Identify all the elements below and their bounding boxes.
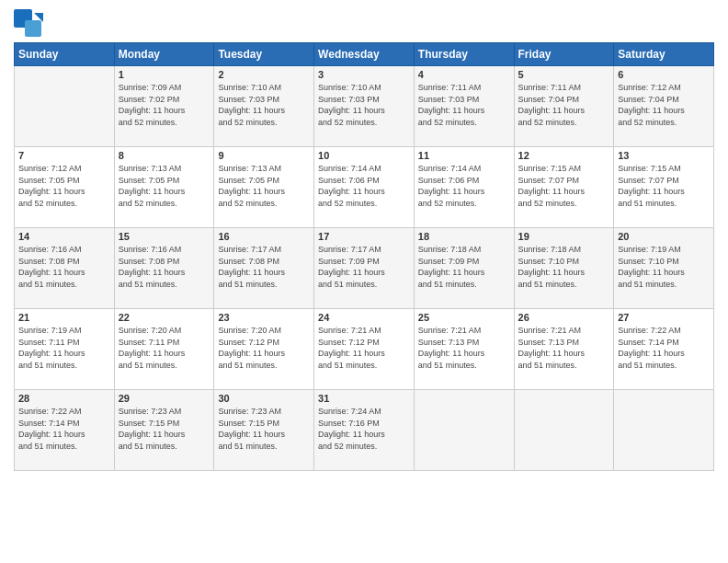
calendar-cell: 2Sunrise: 7:10 AM Sunset: 7:03 PM Daylig… [214, 66, 314, 147]
calendar-cell: 29Sunrise: 7:23 AM Sunset: 7:15 PM Dayli… [114, 390, 214, 471]
logo [14, 9, 43, 35]
calendar-cell: 16Sunrise: 7:17 AM Sunset: 7:08 PM Dayli… [214, 228, 314, 309]
day-info: Sunrise: 7:10 AM Sunset: 7:03 PM Dayligh… [318, 82, 410, 128]
day-info: Sunrise: 7:10 AM Sunset: 7:03 PM Dayligh… [218, 82, 310, 128]
day-info: Sunrise: 7:17 AM Sunset: 7:09 PM Dayligh… [318, 244, 410, 290]
day-number: 13 [618, 150, 710, 161]
calendar-week-row: 7Sunrise: 7:12 AM Sunset: 7:05 PM Daylig… [15, 147, 714, 228]
calendar-cell: 19Sunrise: 7:18 AM Sunset: 7:10 PM Dayli… [514, 228, 614, 309]
day-info: Sunrise: 7:09 AM Sunset: 7:02 PM Dayligh… [119, 82, 210, 128]
day-number: 12 [518, 150, 610, 161]
calendar-cell [514, 390, 614, 471]
header [14, 9, 714, 35]
day-number: 15 [119, 231, 210, 242]
calendar-cell: 22Sunrise: 7:20 AM Sunset: 7:11 PM Dayli… [114, 309, 214, 390]
day-number: 21 [18, 312, 110, 323]
logo-icon [14, 9, 40, 35]
calendar-cell: 15Sunrise: 7:16 AM Sunset: 7:08 PM Dayli… [114, 228, 214, 309]
day-info: Sunrise: 7:19 AM Sunset: 7:10 PM Dayligh… [618, 244, 710, 290]
calendar-cell: 28Sunrise: 7:22 AM Sunset: 7:14 PM Dayli… [15, 390, 115, 471]
calendar-cell: 23Sunrise: 7:20 AM Sunset: 7:12 PM Dayli… [214, 309, 314, 390]
calendar-cell [15, 66, 115, 147]
day-info: Sunrise: 7:21 AM Sunset: 7:13 PM Dayligh… [518, 325, 610, 371]
day-info: Sunrise: 7:21 AM Sunset: 7:12 PM Dayligh… [318, 325, 410, 371]
day-info: Sunrise: 7:18 AM Sunset: 7:09 PM Dayligh… [418, 244, 510, 290]
day-info: Sunrise: 7:19 AM Sunset: 7:11 PM Dayligh… [18, 325, 110, 371]
day-number: 20 [618, 231, 710, 242]
header-day-friday: Friday [514, 43, 614, 66]
day-number: 26 [518, 312, 610, 323]
calendar-cell: 21Sunrise: 7:19 AM Sunset: 7:11 PM Dayli… [15, 309, 115, 390]
day-number: 29 [119, 393, 210, 404]
day-info: Sunrise: 7:13 AM Sunset: 7:05 PM Dayligh… [218, 163, 310, 209]
calendar-cell [614, 390, 714, 471]
day-info: Sunrise: 7:11 AM Sunset: 7:04 PM Dayligh… [518, 82, 610, 128]
day-info: Sunrise: 7:24 AM Sunset: 7:16 PM Dayligh… [318, 406, 410, 452]
calendar-header-row: SundayMondayTuesdayWednesdayThursdayFrid… [15, 43, 714, 66]
calendar-cell: 12Sunrise: 7:15 AM Sunset: 7:07 PM Dayli… [514, 147, 614, 228]
day-info: Sunrise: 7:20 AM Sunset: 7:12 PM Dayligh… [218, 325, 310, 371]
calendar-cell: 3Sunrise: 7:10 AM Sunset: 7:03 PM Daylig… [314, 66, 415, 147]
calendar-cell: 25Sunrise: 7:21 AM Sunset: 7:13 PM Dayli… [414, 309, 514, 390]
day-number: 8 [119, 150, 210, 161]
day-number: 22 [119, 312, 210, 323]
calendar-cell: 18Sunrise: 7:18 AM Sunset: 7:09 PM Dayli… [414, 228, 514, 309]
day-info: Sunrise: 7:11 AM Sunset: 7:03 PM Dayligh… [418, 82, 510, 128]
day-number: 10 [318, 150, 410, 161]
calendar-cell: 31Sunrise: 7:24 AM Sunset: 7:16 PM Dayli… [314, 390, 415, 471]
day-info: Sunrise: 7:23 AM Sunset: 7:15 PM Dayligh… [119, 406, 210, 452]
calendar-week-row: 1Sunrise: 7:09 AM Sunset: 7:02 PM Daylig… [15, 66, 714, 147]
calendar-cell: 17Sunrise: 7:17 AM Sunset: 7:09 PM Dayli… [314, 228, 415, 309]
day-number: 2 [218, 69, 310, 80]
header-day-sunday: Sunday [15, 43, 115, 66]
calendar-week-row: 14Sunrise: 7:16 AM Sunset: 7:08 PM Dayli… [15, 228, 714, 309]
day-number: 1 [119, 69, 210, 80]
day-number: 9 [218, 150, 310, 161]
day-number: 3 [318, 69, 410, 80]
day-number: 24 [318, 312, 410, 323]
calendar-week-row: 28Sunrise: 7:22 AM Sunset: 7:14 PM Dayli… [15, 390, 714, 471]
calendar-cell: 13Sunrise: 7:15 AM Sunset: 7:07 PM Dayli… [614, 147, 714, 228]
day-info: Sunrise: 7:17 AM Sunset: 7:08 PM Dayligh… [218, 244, 310, 290]
day-number: 28 [18, 393, 110, 404]
header-day-wednesday: Wednesday [314, 43, 415, 66]
calendar-cell: 27Sunrise: 7:22 AM Sunset: 7:14 PM Dayli… [614, 309, 714, 390]
day-number: 16 [218, 231, 310, 242]
calendar-cell: 5Sunrise: 7:11 AM Sunset: 7:04 PM Daylig… [514, 66, 614, 147]
header-day-monday: Monday [114, 43, 214, 66]
day-info: Sunrise: 7:12 AM Sunset: 7:04 PM Dayligh… [618, 82, 710, 128]
day-info: Sunrise: 7:13 AM Sunset: 7:05 PM Dayligh… [119, 163, 210, 209]
page: SundayMondayTuesdayWednesdayThursdayFrid… [0, 0, 728, 563]
day-number: 11 [418, 150, 510, 161]
day-number: 30 [218, 393, 310, 404]
day-info: Sunrise: 7:21 AM Sunset: 7:13 PM Dayligh… [418, 325, 510, 371]
day-info: Sunrise: 7:12 AM Sunset: 7:05 PM Dayligh… [18, 163, 110, 209]
calendar-table: SundayMondayTuesdayWednesdayThursdayFrid… [14, 42, 714, 471]
day-number: 25 [418, 312, 510, 323]
day-info: Sunrise: 7:22 AM Sunset: 7:14 PM Dayligh… [18, 406, 110, 452]
header-day-saturday: Saturday [614, 43, 714, 66]
header-day-tuesday: Tuesday [214, 43, 314, 66]
calendar-cell: 7Sunrise: 7:12 AM Sunset: 7:05 PM Daylig… [15, 147, 115, 228]
day-number: 31 [318, 393, 410, 404]
calendar-cell [414, 390, 514, 471]
day-number: 17 [318, 231, 410, 242]
day-info: Sunrise: 7:15 AM Sunset: 7:07 PM Dayligh… [618, 163, 710, 209]
calendar-cell: 1Sunrise: 7:09 AM Sunset: 7:02 PM Daylig… [114, 66, 214, 147]
day-number: 7 [18, 150, 110, 161]
day-number: 18 [418, 231, 510, 242]
day-info: Sunrise: 7:14 AM Sunset: 7:06 PM Dayligh… [418, 163, 510, 209]
calendar-cell: 4Sunrise: 7:11 AM Sunset: 7:03 PM Daylig… [414, 66, 514, 147]
calendar-cell: 26Sunrise: 7:21 AM Sunset: 7:13 PM Dayli… [514, 309, 614, 390]
day-info: Sunrise: 7:18 AM Sunset: 7:10 PM Dayligh… [518, 244, 610, 290]
day-number: 14 [18, 231, 110, 242]
calendar-cell: 9Sunrise: 7:13 AM Sunset: 7:05 PM Daylig… [214, 147, 314, 228]
calendar-cell: 30Sunrise: 7:23 AM Sunset: 7:15 PM Dayli… [214, 390, 314, 471]
calendar-week-row: 21Sunrise: 7:19 AM Sunset: 7:11 PM Dayli… [15, 309, 714, 390]
calendar-cell: 10Sunrise: 7:14 AM Sunset: 7:06 PM Dayli… [314, 147, 415, 228]
day-number: 23 [218, 312, 310, 323]
calendar-cell: 20Sunrise: 7:19 AM Sunset: 7:10 PM Dayli… [614, 228, 714, 309]
day-number: 27 [618, 312, 710, 323]
calendar-cell: 6Sunrise: 7:12 AM Sunset: 7:04 PM Daylig… [614, 66, 714, 147]
header-day-thursday: Thursday [414, 43, 514, 66]
